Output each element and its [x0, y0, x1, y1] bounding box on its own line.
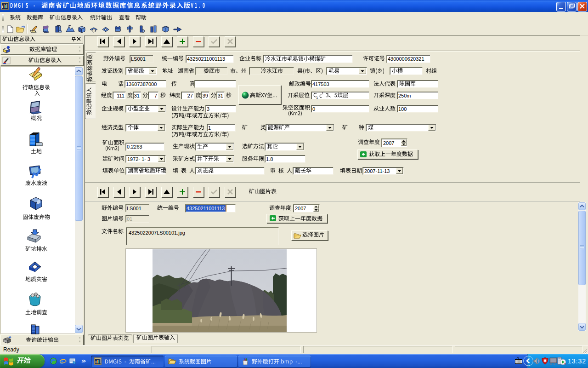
svg-text:e: e — [60, 357, 63, 366]
